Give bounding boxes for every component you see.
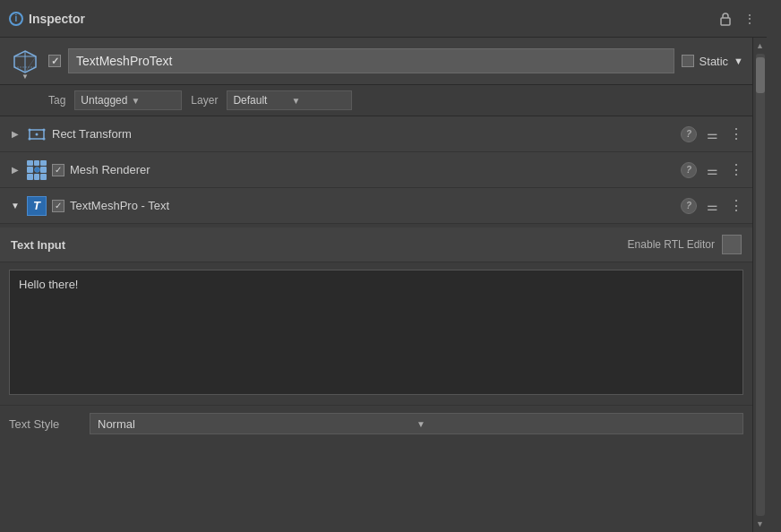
layer-value: Default (233, 94, 288, 107)
textmeshpro-settings[interactable]: ⚌ (704, 198, 720, 214)
mesh-renderer-row: ▶ Mesh Rendere (0, 152, 752, 188)
gameobject-row: ▼ Static ▼ (0, 38, 752, 85)
textmeshpro-icon: T (27, 196, 47, 216)
scroll-up-button[interactable]: ▲ (754, 39, 767, 52)
textmeshpro-name: TextMeshPro - Text (70, 199, 675, 212)
rect-transform-expand[interactable]: ▶ (9, 129, 21, 139)
rect-transform-more[interactable]: ⋮ (727, 126, 743, 142)
text-style-arrow: ▼ (416, 419, 735, 429)
go-icon-arrow[interactable]: ▼ (21, 73, 29, 81)
svg-point-10 (43, 137, 46, 140)
inspector-title: Inspector (29, 12, 711, 26)
inspector-icon: i (9, 12, 23, 26)
tag-arrow: ▼ (131, 96, 176, 106)
mesh-renderer-help[interactable]: ? (681, 162, 697, 178)
tag-dropdown[interactable]: Untagged ▼ (74, 90, 182, 110)
static-area: Static ▼ (682, 55, 743, 68)
textmeshpro-help[interactable]: ? (681, 198, 697, 214)
text-style-row: Text Style Normal ▼ (0, 405, 752, 442)
text-style-label: Text Style (9, 417, 81, 431)
svg-point-9 (29, 137, 31, 140)
gameobject-name-input[interactable] (68, 48, 674, 73)
scroll-down-button[interactable]: ▼ (754, 518, 767, 530)
static-dropdown-arrow[interactable]: ▼ (734, 56, 743, 66)
textmeshpro-row: ▼ T TextMeshPro - Text ? ⚌ ⋮ (0, 188, 752, 224)
main-content: ▼ Static ▼ Tag Untagged ▼ Layer (0, 38, 767, 532)
header-actions: ⋮ (717, 10, 758, 28)
rect-transform-icon (27, 124, 47, 144)
content-area: ▼ Static ▼ Tag Untagged ▼ Layer (0, 38, 752, 532)
static-label: Static (699, 55, 729, 68)
rect-transform-name: Rect Transform (52, 127, 675, 141)
svg-point-8 (43, 128, 46, 131)
text-style-value: Normal (98, 417, 416, 431)
rtl-area: Enable RTL Editor (628, 235, 742, 254)
layer-label: Layer (191, 94, 218, 107)
gameobject-icon: ▼ (9, 45, 41, 77)
text-style-dropdown[interactable]: Normal ▼ (90, 413, 743, 434)
svg-point-7 (29, 128, 31, 131)
inspector-panel: i Inspector ⋮ (0, 0, 767, 532)
svg-point-11 (36, 133, 39, 135)
mesh-renderer-name: Mesh Renderer (70, 163, 675, 176)
mesh-renderer-icon (27, 160, 47, 180)
textmeshpro-section: Text Input Enable RTL Editor Text Style … (0, 224, 752, 442)
text-input-label: Text Input (11, 238, 65, 252)
rtl-label: Enable RTL Editor (628, 238, 715, 251)
text-content-area[interactable] (9, 270, 743, 395)
text-input-header: Text Input Enable RTL Editor (0, 224, 752, 262)
mesh-renderer-checkbox[interactable] (52, 164, 64, 176)
more-button[interactable]: ⋮ (742, 10, 758, 28)
rect-transform-settings[interactable]: ⚌ (704, 126, 720, 142)
textmeshpro-more[interactable]: ⋮ (727, 198, 743, 214)
textmeshpro-actions: ? ⚌ ⋮ (681, 198, 743, 214)
textmeshpro-expand[interactable]: ▼ (9, 201, 21, 210)
tag-label: Tag (48, 94, 65, 107)
svg-rect-0 (721, 18, 730, 25)
svg-point-12 (34, 167, 39, 173)
scroll-track[interactable] (756, 54, 765, 516)
scrollbar: ▲ ▼ (752, 38, 767, 532)
layer-dropdown[interactable]: Default ▼ (227, 90, 352, 110)
rect-transform-row: ▶ Rect Transform ? ⚌ ⋮ (0, 116, 752, 152)
tag-value: Untagged (81, 94, 127, 107)
inspector-header: i Inspector ⋮ (0, 0, 767, 38)
static-checkbox[interactable] (682, 55, 694, 67)
text-area-wrapper (0, 262, 752, 405)
rtl-toggle[interactable] (722, 235, 742, 254)
rect-transform-help[interactable]: ? (681, 126, 697, 142)
gameobject-active-checkbox[interactable] (48, 55, 61, 67)
mesh-renderer-more[interactable]: ⋮ (727, 162, 743, 178)
textmeshpro-checkbox[interactable] (52, 200, 64, 212)
rect-transform-actions: ? ⚌ ⋮ (681, 126, 743, 142)
mesh-renderer-expand[interactable]: ▶ (9, 165, 21, 175)
scroll-thumb[interactable] (756, 57, 765, 93)
mesh-renderer-settings[interactable]: ⚌ (704, 162, 720, 178)
layer-arrow: ▼ (291, 96, 346, 106)
mesh-renderer-actions: ? ⚌ ⋮ (681, 162, 743, 178)
cube-icon (13, 48, 38, 73)
tag-layer-row: Tag Untagged ▼ Layer Default ▼ (0, 85, 752, 116)
lock-button[interactable] (717, 10, 734, 28)
